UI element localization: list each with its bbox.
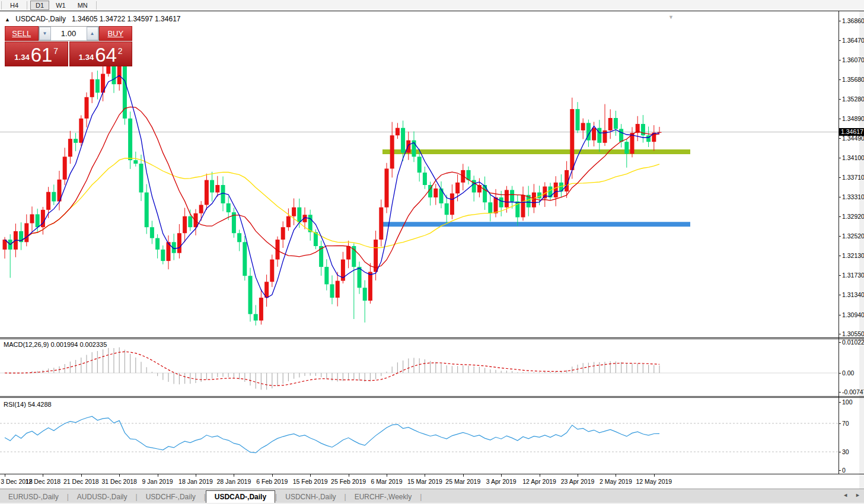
- date-axis-tick: [578, 474, 578, 477]
- candle-body: [549, 187, 553, 197]
- date-axis-label: 28 Jan 2019: [216, 478, 251, 485]
- price-axis-label: 1.32130: [842, 252, 864, 259]
- date-axis-label: 6 Feb 2019: [256, 478, 288, 485]
- candle-body: [139, 164, 144, 193]
- date-axis-label: 25 Feb 2019: [331, 478, 366, 485]
- timeframe-button-w1[interactable]: W1: [50, 1, 71, 10]
- volume-down-icon[interactable]: ▼: [39, 27, 51, 40]
- chart-tab-eurchf[interactable]: EURCHF-,Weekly: [346, 491, 420, 503]
- candle-body: [494, 197, 498, 213]
- macd-subwindow[interactable]: [0, 339, 864, 396]
- candle-body: [592, 128, 596, 141]
- pane-border-macd-rsi[interactable]: [0, 396, 864, 397]
- rsi-subwindow[interactable]: [0, 398, 864, 474]
- candle-body: [95, 79, 100, 93]
- date-axis-tick: [501, 474, 502, 477]
- candle-body: [401, 128, 405, 153]
- buy-price-main: 64: [95, 46, 117, 64]
- candle-body: [346, 246, 350, 260]
- price-axis-label: 1.32520: [842, 232, 864, 240]
- tab-scroll-right-icon[interactable]: ►: [855, 492, 860, 498]
- price-axis-label: 1.31730: [842, 272, 864, 279]
- buy-price-prefix: 1.34: [79, 53, 94, 62]
- price-axis-tick: [839, 158, 841, 158]
- buy-price-sup: 2: [118, 46, 123, 56]
- price-axis-tick: [839, 256, 841, 256]
- candle-body: [455, 183, 460, 193]
- date-axis-label: 6 Mar 2019: [371, 478, 402, 485]
- candle-body: [68, 139, 72, 157]
- candle-body: [46, 192, 50, 210]
- candle-body: [597, 128, 601, 143]
- date-axis-tick: [387, 474, 387, 477]
- candle-body: [608, 118, 613, 130]
- candle-body: [254, 314, 258, 321]
- pane-border-main-macd[interactable]: [0, 337, 864, 338]
- candle-body: [576, 109, 580, 130]
- candle-body: [324, 267, 329, 284]
- chart-tab-usdchf[interactable]: USDCHF-,Daily: [138, 491, 204, 503]
- date-axis-tick: [5, 474, 5, 477]
- macd-axis-label: 0.00: [842, 369, 854, 377]
- price-axis-tick: [839, 79, 841, 80]
- price-axis-label: 1.33310: [842, 193, 864, 200]
- price-axis-tick: [839, 60, 841, 60]
- rsi-axis-label: 100: [842, 398, 853, 406]
- candle-body: [270, 260, 274, 282]
- chart-shift-marker-icon[interactable]: ▼: [668, 14, 674, 20]
- price-axis-tick: [839, 99, 841, 100]
- chart-tab-usdcad[interactable]: USDCAD-,Daily: [206, 490, 275, 503]
- candle-body: [36, 214, 40, 227]
- price-axis-label: 1.34100: [842, 154, 864, 161]
- timeframe-button-h4[interactable]: H4: [5, 1, 24, 10]
- price-axis-label: 1.34890: [842, 115, 864, 122]
- sell-price-panel[interactable]: 1.34 61 7: [5, 42, 68, 66]
- candle-body: [554, 183, 558, 197]
- chart-tab-usdcnh[interactable]: USDCNH-,Daily: [277, 491, 344, 503]
- chart-tab-eurusd[interactable]: EURUSD-,Daily: [0, 491, 67, 503]
- timeframe-button-d1[interactable]: D1: [30, 1, 49, 10]
- tab-scroll-left-icon[interactable]: ◄: [843, 492, 848, 498]
- price-axis-tick: [839, 197, 841, 197]
- chart-tab-audusd[interactable]: AUDUSD-,Daily: [69, 491, 136, 503]
- price-axis-label: 1.34490: [842, 135, 864, 142]
- macd-axis-tick: [839, 373, 841, 374]
- volume-input[interactable]: [51, 27, 87, 40]
- pane-border-rsi-dates: [0, 474, 864, 474]
- price-axis-tick: [839, 236, 841, 237]
- candle-body: [106, 66, 110, 74]
- candle-body: [624, 142, 629, 154]
- candle-body: [112, 66, 116, 84]
- macd-axis-tick: [839, 392, 841, 393]
- date-axis-tick: [349, 474, 349, 477]
- toolbar-separator: [27, 1, 27, 9]
- price-axis-label: 1.33710: [842, 174, 864, 181]
- sell-button[interactable]: SELL: [5, 26, 39, 41]
- candle-body: [292, 208, 296, 216]
- chart-symbol-label: USDCAD-,Daily: [15, 15, 66, 23]
- collapse-icon[interactable]: ▲: [5, 17, 10, 23]
- price-axis-tick: [839, 334, 841, 334]
- candle-body: [439, 189, 444, 203]
- buy-price-panel[interactable]: 1.34 64 2: [69, 42, 133, 66]
- rsi-axis-label: 30: [842, 448, 849, 455]
- volume-up-icon[interactable]: ▲: [87, 27, 98, 40]
- price-axis-tick: [839, 275, 841, 276]
- price-axis-tick: [839, 21, 841, 21]
- candle-body: [445, 203, 449, 215]
- candle-body: [363, 288, 367, 301]
- candle-body: [614, 118, 618, 129]
- candle-body: [155, 238, 160, 250]
- date-axis-label: 3 Apr 2019: [486, 478, 517, 485]
- candle-body: [161, 250, 165, 261]
- candle-body: [150, 227, 154, 238]
- candle-body: [581, 123, 585, 130]
- timeframe-button-mn[interactable]: MN: [72, 1, 93, 10]
- buy-button[interactable]: BUY: [99, 26, 133, 41]
- candle-body: [133, 160, 138, 164]
- date-axis-label: 15 Mar 2019: [407, 478, 442, 485]
- price-axis-label: 1.36070: [842, 56, 864, 63]
- candle-body: [406, 141, 410, 153]
- date-axis-label: 25 Mar 2019: [445, 478, 480, 485]
- moving-average-34: [5, 158, 659, 248]
